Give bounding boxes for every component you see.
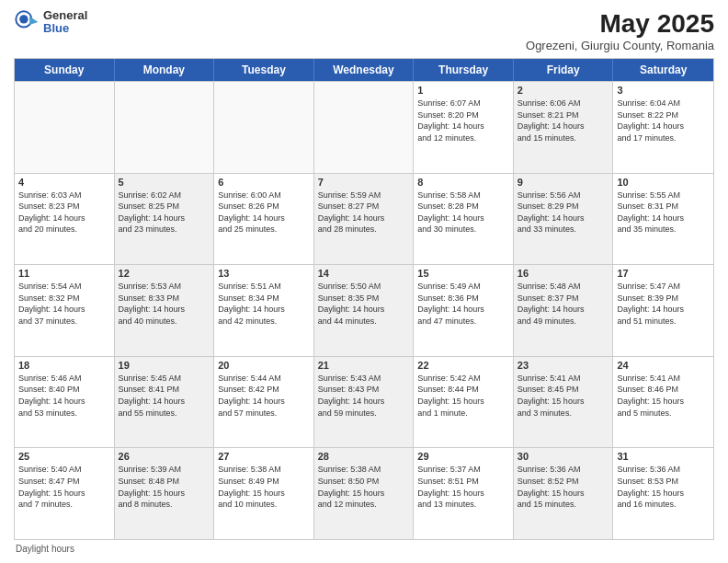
- cell-info: Sunrise: 6:07 AM Sunset: 8:20 PM Dayligh…: [417, 98, 509, 144]
- day-number: 12: [119, 268, 210, 279]
- day-number: 13: [218, 268, 310, 279]
- day-number: 5: [119, 177, 210, 188]
- day-number: 7: [318, 177, 410, 188]
- calendar-cell-11: 11Sunrise: 5:54 AM Sunset: 8:32 PM Dayli…: [15, 265, 115, 356]
- cell-info: Sunrise: 5:36 AM Sunset: 8:52 PM Dayligh…: [518, 464, 609, 510]
- logo: General Blue: [14, 9, 87, 36]
- calendar-row-0: 1Sunrise: 6:07 AM Sunset: 8:20 PM Daylig…: [15, 81, 713, 173]
- day-number: 23: [518, 360, 609, 371]
- calendar-cell-24: 24Sunrise: 5:41 AM Sunset: 8:46 PM Dayli…: [613, 357, 713, 448]
- cell-info: Sunrise: 5:54 AM Sunset: 8:32 PM Dayligh…: [18, 281, 110, 327]
- calendar-cell-17: 17Sunrise: 5:47 AM Sunset: 8:39 PM Dayli…: [613, 265, 713, 356]
- calendar-row-3: 18Sunrise: 5:46 AM Sunset: 8:40 PM Dayli…: [15, 356, 713, 448]
- cell-info: Sunrise: 5:37 AM Sunset: 8:51 PM Dayligh…: [417, 464, 509, 510]
- cell-info: Sunrise: 5:43 AM Sunset: 8:43 PM Dayligh…: [318, 373, 410, 419]
- logo-icon: [14, 9, 40, 35]
- day-number: 8: [417, 177, 509, 188]
- logo-general: General: [43, 9, 87, 22]
- calendar-cell-3: 3Sunrise: 6:04 AM Sunset: 8:22 PM Daylig…: [613, 82, 713, 173]
- cell-info: Sunrise: 5:44 AM Sunset: 8:42 PM Dayligh…: [218, 373, 310, 419]
- page-header: General Blue May 2025 Ogrezeni, Giurgiu …: [14, 9, 714, 52]
- calendar: SundayMondayTuesdayWednesdayThursdayFrid…: [14, 58, 714, 540]
- calendar-header: SundayMondayTuesdayWednesdayThursdayFrid…: [15, 59, 713, 81]
- day-number: 18: [18, 360, 110, 371]
- day-number: 19: [119, 360, 210, 371]
- cell-info: Sunrise: 5:55 AM Sunset: 8:31 PM Dayligh…: [617, 190, 710, 236]
- cell-info: Sunrise: 5:50 AM Sunset: 8:35 PM Dayligh…: [318, 281, 410, 327]
- day-number: 20: [218, 360, 310, 371]
- cell-info: Sunrise: 5:38 AM Sunset: 8:50 PM Dayligh…: [318, 464, 410, 510]
- cell-info: Sunrise: 5:38 AM Sunset: 8:49 PM Dayligh…: [218, 464, 310, 510]
- calendar-row-2: 11Sunrise: 5:54 AM Sunset: 8:32 PM Dayli…: [15, 264, 713, 356]
- day-number: 29: [417, 451, 509, 462]
- day-number: 16: [518, 268, 609, 279]
- day-number: 14: [318, 268, 410, 279]
- calendar-cell-1: 1Sunrise: 6:07 AM Sunset: 8:20 PM Daylig…: [414, 82, 514, 173]
- calendar-cell-14: 14Sunrise: 5:50 AM Sunset: 8:35 PM Dayli…: [314, 265, 415, 356]
- day-number: 6: [218, 177, 310, 188]
- cell-info: Sunrise: 5:58 AM Sunset: 8:28 PM Dayligh…: [417, 190, 509, 236]
- calendar-cell-28: 28Sunrise: 5:38 AM Sunset: 8:50 PM Dayli…: [314, 448, 415, 539]
- day-of-week-monday: Monday: [115, 59, 215, 81]
- calendar-cell-25: 25Sunrise: 5:40 AM Sunset: 8:47 PM Dayli…: [15, 448, 115, 539]
- calendar-cell-29: 29Sunrise: 5:37 AM Sunset: 8:51 PM Dayli…: [414, 448, 514, 539]
- cell-info: Sunrise: 5:48 AM Sunset: 8:37 PM Dayligh…: [518, 281, 609, 327]
- calendar-cell-8: 8Sunrise: 5:58 AM Sunset: 8:28 PM Daylig…: [414, 174, 514, 265]
- calendar-row-4: 25Sunrise: 5:40 AM Sunset: 8:47 PM Dayli…: [15, 447, 713, 539]
- calendar-cell-26: 26Sunrise: 5:39 AM Sunset: 8:48 PM Dayli…: [115, 448, 215, 539]
- calendar-cell-empty: [314, 82, 415, 173]
- day-number: 15: [417, 268, 509, 279]
- month-title: May 2025: [526, 9, 714, 39]
- cell-info: Sunrise: 6:00 AM Sunset: 8:26 PM Dayligh…: [218, 190, 310, 236]
- calendar-cell-27: 27Sunrise: 5:38 AM Sunset: 8:49 PM Dayli…: [214, 448, 314, 539]
- cell-info: Sunrise: 5:40 AM Sunset: 8:47 PM Dayligh…: [18, 464, 110, 510]
- cell-info: Sunrise: 5:47 AM Sunset: 8:39 PM Dayligh…: [617, 281, 710, 327]
- day-of-week-tuesday: Tuesday: [214, 59, 314, 81]
- cell-info: Sunrise: 5:45 AM Sunset: 8:41 PM Dayligh…: [119, 373, 210, 419]
- cell-info: Sunrise: 5:42 AM Sunset: 8:44 PM Dayligh…: [417, 373, 509, 419]
- calendar-cell-21: 21Sunrise: 5:43 AM Sunset: 8:43 PM Dayli…: [314, 357, 415, 448]
- logo-text: General Blue: [43, 9, 87, 36]
- cell-info: Sunrise: 5:49 AM Sunset: 8:36 PM Dayligh…: [417, 281, 509, 327]
- cell-info: Sunrise: 5:59 AM Sunset: 8:27 PM Dayligh…: [318, 190, 410, 236]
- calendar-cell-5: 5Sunrise: 6:02 AM Sunset: 8:25 PM Daylig…: [115, 174, 215, 265]
- cell-info: Sunrise: 6:03 AM Sunset: 8:23 PM Dayligh…: [18, 190, 110, 236]
- calendar-cell-22: 22Sunrise: 5:42 AM Sunset: 8:44 PM Dayli…: [414, 357, 514, 448]
- day-number: 30: [518, 451, 609, 462]
- day-number: 11: [18, 268, 110, 279]
- day-number: 21: [318, 360, 410, 371]
- day-number: 1: [417, 85, 509, 96]
- calendar-page: General Blue May 2025 Ogrezeni, Giurgiu …: [0, 0, 728, 563]
- day-number: 22: [417, 360, 509, 371]
- cell-info: Sunrise: 5:36 AM Sunset: 8:53 PM Dayligh…: [617, 464, 710, 510]
- title-block: May 2025 Ogrezeni, Giurgiu County, Roman…: [526, 9, 714, 52]
- day-number: 4: [18, 177, 110, 188]
- calendar-body: 1Sunrise: 6:07 AM Sunset: 8:20 PM Daylig…: [15, 81, 713, 539]
- day-of-week-sunday: Sunday: [15, 59, 115, 81]
- day-number: 28: [318, 451, 410, 462]
- calendar-cell-empty: [115, 82, 215, 173]
- cell-info: Sunrise: 5:46 AM Sunset: 8:40 PM Dayligh…: [18, 373, 110, 419]
- calendar-cell-18: 18Sunrise: 5:46 AM Sunset: 8:40 PM Dayli…: [15, 357, 115, 448]
- day-number: 31: [617, 451, 710, 462]
- day-number: 17: [617, 268, 710, 279]
- calendar-cell-7: 7Sunrise: 5:59 AM Sunset: 8:27 PM Daylig…: [314, 174, 415, 265]
- day-number: 24: [617, 360, 710, 371]
- footer-note: Daylight hours: [14, 544, 714, 554]
- day-of-week-saturday: Saturday: [613, 59, 713, 81]
- day-number: 9: [518, 177, 609, 188]
- day-number: 25: [18, 451, 110, 462]
- day-of-week-friday: Friday: [514, 59, 614, 81]
- calendar-cell-15: 15Sunrise: 5:49 AM Sunset: 8:36 PM Dayli…: [414, 265, 514, 356]
- cell-info: Sunrise: 6:02 AM Sunset: 8:25 PM Dayligh…: [119, 190, 210, 236]
- calendar-cell-20: 20Sunrise: 5:44 AM Sunset: 8:42 PM Dayli…: [214, 357, 314, 448]
- calendar-cell-23: 23Sunrise: 5:41 AM Sunset: 8:45 PM Dayli…: [514, 357, 614, 448]
- day-number: 3: [617, 85, 710, 96]
- calendar-cell-2: 2Sunrise: 6:06 AM Sunset: 8:21 PM Daylig…: [514, 82, 614, 173]
- svg-point-1: [19, 16, 28, 24]
- svg-marker-2: [29, 17, 38, 25]
- calendar-cell-31: 31Sunrise: 5:36 AM Sunset: 8:53 PM Dayli…: [613, 448, 713, 539]
- day-number: 10: [617, 177, 710, 188]
- cell-info: Sunrise: 6:04 AM Sunset: 8:22 PM Dayligh…: [617, 98, 710, 144]
- cell-info: Sunrise: 5:53 AM Sunset: 8:33 PM Dayligh…: [119, 281, 210, 327]
